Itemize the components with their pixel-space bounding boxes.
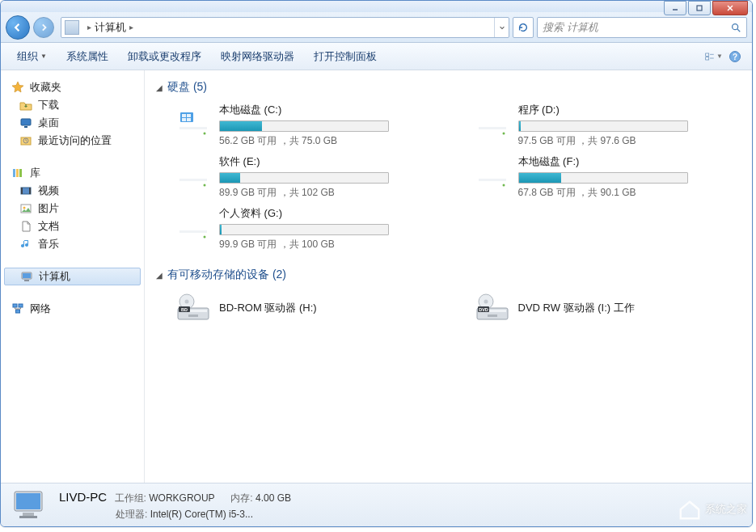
help-button[interactable]: ? xyxy=(726,48,744,65)
sidebar-favorites[interactable]: 收藏夹 xyxy=(1,78,144,96)
sidebar-label: 库 xyxy=(30,166,40,180)
sidebar-item-videos[interactable]: 视频 xyxy=(1,182,144,200)
details-pane: LIVD-PC 工作组: WORKGROUP 内存: 4.00 GB 处理器: … xyxy=(1,483,752,526)
organize-menu[interactable]: 组织▼ xyxy=(9,46,55,67)
svg-point-50 xyxy=(185,300,189,304)
close-button[interactable] xyxy=(712,1,748,15)
uninstall-programs-button[interactable]: 卸载或更改程序 xyxy=(120,46,209,67)
svg-rect-21 xyxy=(29,188,31,194)
sidebar-item-recent[interactable]: 最近访问的位置 xyxy=(1,132,144,150)
hdd-icon xyxy=(175,213,211,245)
breadcrumb-separator: ▸ xyxy=(84,23,95,32)
drives-grid: 本地磁盘 (C:)56.2 GB 可用 ，共 75.0 GB程序 (D:)97.… xyxy=(156,98,741,264)
computer-name: LIVD-PC xyxy=(59,490,107,504)
svg-rect-26 xyxy=(24,280,29,281)
hdd-icon xyxy=(175,109,211,141)
removable-name: DVD RW 驱动器 (I:) 工作 xyxy=(518,301,635,315)
breadcrumb-root[interactable]: 计算机 xyxy=(95,20,126,35)
explorer-window: ▸ 计算机 ▸ 搜索 计算机 组织▼ 系统属性 卸载或更改程序 映射网络驱动器 … xyxy=(0,0,753,527)
sidebar-label: 计算机 xyxy=(39,269,70,284)
sidebar-item-desktop[interactable]: 桌面 xyxy=(1,114,144,132)
drive-item[interactable]: 程序 (D:)97.5 GB 可用 ，共 97.6 GB xyxy=(475,103,741,148)
collapse-icon[interactable]: ◢ xyxy=(156,271,163,280)
content-area: 收藏夹 下载 桌面 最近访问的位置 库 视频 图片 文档 音乐 计算机 xyxy=(1,70,752,483)
hdd-icon xyxy=(475,109,510,141)
system-properties-button[interactable]: 系统属性 xyxy=(58,46,116,67)
search-box[interactable]: 搜索 计算机 xyxy=(537,17,747,38)
pictures-icon xyxy=(19,201,33,216)
svg-rect-12 xyxy=(21,119,31,125)
computer-icon xyxy=(65,20,79,35)
svg-rect-61 xyxy=(16,493,40,509)
capacity-bar xyxy=(219,120,389,132)
drive-name: 程序 (D:) xyxy=(518,103,704,117)
capacity-bar xyxy=(518,172,688,184)
drive-name: 软件 (E:) xyxy=(219,154,405,169)
breadcrumb-separator[interactable]: ▸ xyxy=(126,23,137,32)
recent-icon xyxy=(19,133,33,148)
svg-rect-55 xyxy=(488,315,497,317)
svg-point-57 xyxy=(484,300,488,304)
refresh-button[interactable] xyxy=(513,17,534,38)
svg-rect-13 xyxy=(24,126,27,128)
drive-item[interactable]: 软件 (E:)89.9 GB 可用 ，共 102 GB xyxy=(175,154,442,200)
drive-item[interactable]: 本地磁盘 (C:)56.2 GB 可用 ，共 75.0 GB xyxy=(175,103,442,148)
navigation-bar: ▸ 计算机 ▸ 搜索 计算机 xyxy=(1,12,752,43)
minimize-button[interactable] xyxy=(664,1,686,15)
sidebar-item-pictures[interactable]: 图片 xyxy=(1,200,144,217)
drive-name: 本地磁盘 (F:) xyxy=(518,154,704,169)
sidebar-label: 收藏夹 xyxy=(30,80,61,95)
maximize-button[interactable] xyxy=(688,1,711,15)
collapse-icon[interactable]: ◢ xyxy=(156,83,163,92)
forward-button[interactable] xyxy=(33,17,54,38)
drive-capacity-text: 99.9 GB 可用 ，共 100 GB xyxy=(219,238,405,251)
window-controls xyxy=(664,1,748,15)
map-drive-button[interactable]: 映射网络驱动器 xyxy=(213,46,302,67)
sidebar-item-music[interactable]: 音乐 xyxy=(1,235,144,253)
svg-point-36 xyxy=(502,133,505,135)
removable-item[interactable]: DVDDVD RW 驱动器 (I:) 工作 xyxy=(475,292,741,324)
documents-icon xyxy=(19,219,33,234)
sidebar-item-documents[interactable]: 文档 xyxy=(1,217,144,235)
address-bar[interactable]: ▸ 计算机 ▸ xyxy=(61,17,509,38)
group-header-hdd[interactable]: ◢ 硬盘 (5) xyxy=(156,77,741,98)
control-panel-button[interactable]: 打开控制面板 xyxy=(306,46,385,67)
drive-name: 个人资料 (G:) xyxy=(219,206,405,221)
sidebar-item-downloads[interactable]: 下载 xyxy=(1,96,144,114)
library-icon xyxy=(11,166,25,180)
capacity-bar xyxy=(219,224,389,235)
drive-item[interactable]: 本地磁盘 (F:)67.8 GB 可用 ，共 90.1 GB xyxy=(475,154,741,200)
svg-rect-6 xyxy=(706,53,709,55)
main-pane[interactable]: ◢ 硬盘 (5) 本地磁盘 (C:)56.2 GB 可用 ，共 75.0 GB程… xyxy=(145,70,752,483)
titlebar[interactable] xyxy=(1,1,752,12)
drive-name: 本地磁盘 (C:) xyxy=(219,103,405,117)
back-button[interactable] xyxy=(6,15,30,40)
desktop-icon xyxy=(19,116,33,130)
capacity-bar xyxy=(518,120,688,132)
sidebar-computer[interactable]: 计算机 xyxy=(4,268,141,285)
optical-drive-icon: BD xyxy=(175,292,211,324)
svg-text:?: ? xyxy=(733,53,737,61)
drive-capacity-text: 67.8 GB 可用 ，共 90.1 GB xyxy=(518,186,704,200)
optical-drive-icon: DVD xyxy=(475,292,510,324)
svg-point-39 xyxy=(204,184,206,187)
removable-item[interactable]: BDBD-ROM 驱动器 (H:) xyxy=(175,292,442,324)
drive-capacity-text: 89.9 GB 可用 ，共 102 GB xyxy=(219,186,405,200)
svg-rect-62 xyxy=(23,513,34,516)
svg-rect-63 xyxy=(19,516,37,518)
sidebar-libraries[interactable]: 库 xyxy=(1,164,144,182)
svg-rect-16 xyxy=(13,169,15,177)
svg-rect-38 xyxy=(179,179,207,181)
svg-point-32 xyxy=(204,133,206,135)
sidebar-network[interactable]: 网络 xyxy=(1,300,144,318)
address-dropdown[interactable] xyxy=(494,18,509,37)
view-options-button[interactable]: ▼ xyxy=(705,48,723,65)
group-header-removable[interactable]: ◢ 有可移动存储的设备 (2) xyxy=(156,264,741,285)
video-icon xyxy=(19,184,33,198)
command-bar: 组织▼ 系统属性 卸载或更改程序 映射网络驱动器 打开控制面板 ▼ ? xyxy=(1,43,752,70)
svg-rect-29 xyxy=(16,310,20,313)
svg-rect-7 xyxy=(706,57,709,59)
drive-item[interactable]: 个人资料 (G:)99.9 GB 可用 ，共 100 GB xyxy=(175,206,442,251)
svg-rect-31 xyxy=(179,127,207,129)
svg-text:BD: BD xyxy=(181,307,188,312)
